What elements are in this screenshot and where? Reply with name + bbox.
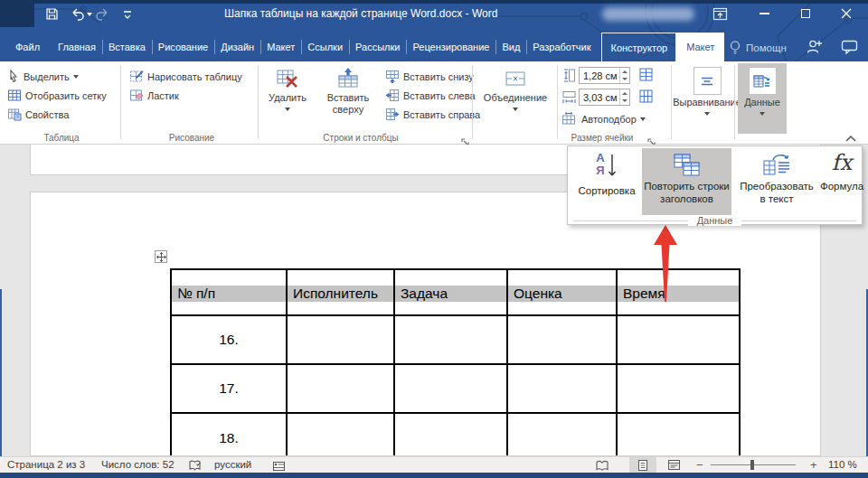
table-cell[interactable] (618, 365, 739, 412)
row-height-input[interactable]: 1,28 см (579, 67, 630, 84)
table-move-handle[interactable] (155, 250, 167, 263)
redo-button[interactable] (95, 7, 109, 24)
read-mode-view-button[interactable] (595, 459, 609, 473)
help-assistant[interactable]: Помощн (729, 40, 787, 55)
eraser-button[interactable]: Ластик (129, 88, 179, 103)
insert-above-button[interactable]: Вставить сверху (315, 65, 382, 134)
tab-home[interactable]: Главная (52, 33, 102, 61)
table-header-cell[interactable]: Исполнитель (288, 286, 393, 302)
autofit-caret (640, 117, 646, 121)
maximize-button[interactable] (785, 0, 826, 27)
proofing-status[interactable] (188, 459, 202, 473)
distribute-rows-button[interactable] (638, 67, 655, 87)
table-properties-button[interactable]: Свойства (7, 107, 69, 122)
tab-insert[interactable]: Вставка (102, 33, 152, 61)
web-layout-view-button[interactable] (667, 459, 681, 473)
save-button[interactable] (45, 7, 59, 24)
ribbon-display-icon (714, 9, 727, 20)
page-indicator[interactable]: Страница 2 из 3 (7, 459, 85, 470)
alignment-button[interactable]: Выравнивание (675, 65, 740, 134)
table-header-cell[interactable]: Оценка (508, 286, 616, 302)
table-header-cell[interactable]: № п/п (172, 286, 286, 302)
app-icon[interactable] (0, 0, 34, 27)
table-cell[interactable] (395, 365, 508, 412)
sort-menu-item[interactable]: А Я Сортировка (572, 148, 641, 215)
share-person-button[interactable] (805, 38, 823, 60)
table-cell-number[interactable]: 18. (172, 414, 288, 456)
table-cell[interactable] (288, 316, 395, 363)
minimize-button[interactable] (744, 0, 785, 27)
select-cursor-icon (11, 70, 16, 82)
tab-view[interactable]: Вид (495, 33, 526, 61)
tab-file[interactable]: Файл (4, 33, 52, 61)
insert-right-icon (387, 109, 400, 120)
tab-layout[interactable]: Макет (260, 33, 301, 61)
print-layout-view-button[interactable] (629, 457, 656, 473)
alignment-icon (702, 78, 712, 84)
formula-icon: fx (832, 148, 852, 180)
tab-developer[interactable]: Разработчик (526, 33, 597, 61)
convert-to-text-icon (762, 153, 791, 180)
repeat-header-rows-menu-item[interactable]: Повторить строки заголовков (642, 148, 731, 215)
zoom-in-button[interactable]: + (810, 458, 817, 472)
tab-references[interactable]: Ссылки (301, 33, 349, 61)
ribbon-display-options-button[interactable] (712, 6, 728, 25)
autofit-button[interactable]: Автоподбор (561, 111, 646, 127)
table-cell-number[interactable]: 17. (172, 365, 288, 412)
table-cell-number[interactable]: 16. (172, 316, 288, 363)
select-button[interactable]: Выделить (7, 69, 79, 84)
col-width-input[interactable]: 3,03 см (579, 89, 630, 106)
table-cell[interactable] (508, 365, 618, 412)
zoom-slider-handle[interactable] (750, 460, 754, 470)
distribute-cols-button[interactable] (638, 89, 655, 108)
table-cell[interactable] (395, 316, 508, 363)
table-header-cell[interactable]: Задача (395, 286, 506, 302)
comments-button[interactable] (841, 40, 858, 59)
data-icon-frame (749, 67, 777, 95)
table-cell[interactable] (288, 414, 395, 456)
delete-button[interactable]: Удалить (262, 65, 313, 134)
eraser-icon (131, 90, 144, 100)
quick-access-customize-button[interactable] (122, 8, 133, 24)
merge-button[interactable]: Объединение (476, 65, 555, 134)
tab-draw[interactable]: Рисование (152, 33, 214, 61)
insert-right-button[interactable]: Вставить справа (385, 107, 480, 122)
ribbon-tab-bar: Файл Главная Вставка Рисование Дизайн Ма… (4, 33, 724, 61)
document-page-2[interactable]: № п/п Исполнитель Задача Оценка Время 16… (30, 192, 821, 456)
tab-mailings[interactable]: Рассылки (349, 33, 406, 61)
group-separator (734, 65, 735, 139)
macro-recording[interactable] (272, 460, 286, 473)
window-bottom-edge (0, 473, 868, 478)
insert-left-button[interactable]: Вставить слева (385, 88, 476, 103)
col-width-spinner[interactable] (619, 89, 629, 105)
table-cell[interactable] (508, 316, 618, 363)
language-indicator[interactable]: русский (214, 459, 251, 470)
red-arrow-annotation (635, 221, 698, 307)
word-count[interactable]: Число слов: 52 (101, 459, 175, 470)
tab-review[interactable]: Рецензирование (406, 33, 495, 61)
undo-caret[interactable] (87, 13, 92, 16)
draw-table-button[interactable]: Нарисовать таблицу (129, 69, 242, 84)
tab-table-layout[interactable]: Макет (676, 33, 724, 61)
formula-menu-item[interactable]: fx Формула (822, 148, 862, 215)
data-button[interactable]: Данные (738, 63, 787, 134)
table-cell[interactable] (618, 316, 739, 363)
tab-table-design[interactable]: Конструктор (601, 33, 676, 61)
maximize-icon (801, 9, 810, 18)
draw-table-icon (131, 71, 144, 82)
convert-to-text-menu-item[interactable]: Преобразовать в текст (733, 148, 820, 215)
zoom-level[interactable]: 110 % (828, 459, 857, 470)
tab-design[interactable]: Дизайн (214, 33, 260, 61)
view-gridlines-button[interactable]: Отобразить сетку (7, 88, 107, 103)
drawing-group-label: Рисование (129, 133, 254, 143)
insert-below-button[interactable]: Вставить снизу (385, 69, 474, 84)
table-cell[interactable] (618, 414, 739, 456)
undo-button[interactable] (71, 7, 92, 21)
row-height-spinner[interactable] (619, 68, 629, 83)
minimize-icon (760, 13, 769, 14)
table-cell[interactable] (288, 365, 395, 412)
table-cell[interactable] (395, 414, 508, 456)
close-button[interactable] (826, 0, 866, 27)
zoom-out-button[interactable]: − (696, 458, 703, 472)
table-cell[interactable] (508, 414, 618, 456)
